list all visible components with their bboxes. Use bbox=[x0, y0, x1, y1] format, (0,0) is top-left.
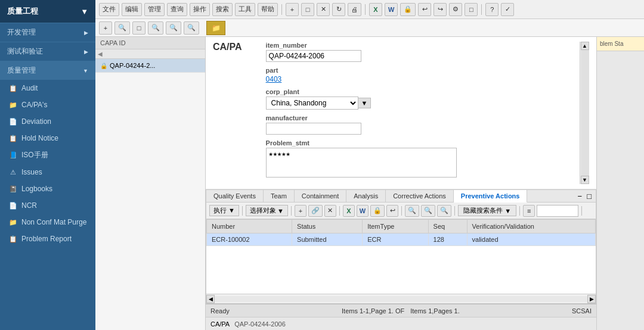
sidebar-item-deviation[interactable]: 📄 Deviation bbox=[0, 113, 95, 130]
confirm-button[interactable]: ✓ bbox=[501, 3, 514, 16]
col-itemtype: ItemType bbox=[363, 220, 428, 234]
inner-delete-button[interactable]: ✕ bbox=[324, 205, 336, 217]
sec-add-button[interactable]: + bbox=[99, 21, 112, 35]
sidebar-item-issues[interactable]: ⚠ Issues bbox=[0, 164, 95, 180]
view-list-button[interactable]: ≡ bbox=[523, 205, 535, 217]
sidebar-item-problem[interactable]: 📋 Problem Report bbox=[0, 231, 95, 247]
manufacturer-input[interactable] bbox=[266, 123, 361, 135]
search-filter-button[interactable]: 隐藏搜索条件 ▼ bbox=[458, 205, 516, 216]
right-panel-item-blem[interactable]: blem Sta bbox=[597, 37, 644, 51]
window-button[interactable]: □ bbox=[465, 3, 478, 16]
sidebar-item-iso[interactable]: 📘 ISO手册 bbox=[0, 147, 95, 164]
select-obj-button[interactable]: 选择对象 ▼ bbox=[246, 205, 288, 216]
inner-search-button[interactable]: 🔍 bbox=[405, 205, 419, 217]
tab-quality-events[interactable]: Quality Events bbox=[206, 190, 264, 202]
excel-button[interactable]: X bbox=[369, 3, 382, 16]
help-button[interactable]: ? bbox=[485, 3, 499, 16]
col-number: Number bbox=[207, 220, 292, 234]
sec-search3-button[interactable]: 🔍 bbox=[184, 21, 199, 35]
collapse-arrow[interactable]: ◀ bbox=[98, 51, 103, 57]
refresh-button[interactable]: ↻ bbox=[332, 3, 345, 16]
inner-word-button[interactable]: W bbox=[357, 205, 369, 217]
inner-undo-button[interactable]: ↩ bbox=[386, 205, 398, 217]
tab-containment[interactable]: Containment bbox=[295, 190, 346, 202]
settings-button[interactable]: ⚙ bbox=[449, 3, 462, 16]
word-button[interactable]: W bbox=[385, 3, 398, 16]
sidebar-expand-icon[interactable]: ▼ bbox=[80, 7, 88, 16]
exec-button[interactable]: 执行 ▼ bbox=[209, 205, 239, 216]
sidebar-item-ncr[interactable]: 📄 NCR bbox=[0, 197, 95, 214]
ncr-icon: 📄 bbox=[8, 201, 18, 210]
sidebar-item-holdnotice[interactable]: 📋 Hold Notice bbox=[0, 130, 95, 147]
minimize-button[interactable]: − bbox=[576, 192, 584, 201]
top-toolbar: 文件 编辑 管理 查询 操作 搜索 工具 帮助 + □ ✕ ↻ 🖨 X W 🔒 … bbox=[95, 0, 644, 19]
select-dropdown-btn[interactable]: ▼ bbox=[358, 98, 371, 108]
sidebar-item-capa[interactable]: 📁 CA/PA's bbox=[0, 96, 95, 113]
sidebar-section-quality[interactable]: 质量管理 ▼ bbox=[0, 61, 95, 80]
bottom-capa-value: QAP-04244-2006 bbox=[234, 320, 286, 328]
tab-corrective[interactable]: Corrective Actions bbox=[386, 190, 454, 202]
scroll-left-arrow[interactable]: ◀ bbox=[206, 295, 215, 303]
sec-view-button[interactable]: □ bbox=[132, 21, 145, 35]
issues-icon: ⚠ bbox=[8, 167, 18, 177]
copy-button[interactable]: □ bbox=[301, 3, 314, 16]
maximize-button[interactable]: □ bbox=[585, 192, 593, 201]
sidebar-item-audit[interactable]: 📋 Audit bbox=[0, 80, 95, 96]
sidebar-section-test[interactable]: 测试和验证 ▶ bbox=[0, 42, 95, 61]
inner-excel-button[interactable]: X bbox=[343, 205, 355, 217]
status-items: Items 1-1,Page 1. OF bbox=[342, 307, 404, 315]
menu-edit[interactable]: 编辑 bbox=[122, 3, 142, 16]
menu-search[interactable]: 搜索 bbox=[212, 3, 233, 16]
content-area: CAPA ID ◀ 🔒 QAP-04244-2... CA/PA bbox=[95, 37, 644, 330]
inner-add-button[interactable]: + bbox=[295, 205, 306, 217]
menu-help[interactable]: 帮助 bbox=[258, 3, 278, 16]
sidebar-title: 质量工程 ▼ bbox=[0, 0, 95, 23]
left-nav-item-qap[interactable]: 🔒 QAP-04244-2... bbox=[95, 59, 205, 73]
inner-link-button[interactable]: 🔗 bbox=[308, 205, 323, 217]
sidebar-item-logbooks[interactable]: 📓 Logbooks bbox=[0, 180, 95, 197]
sec-filter-button[interactable]: 🔍 bbox=[148, 21, 163, 35]
status-bar: Ready Items 1-1,Page 1. OF Items 1,Pages… bbox=[206, 304, 596, 317]
sidebar-item-nonconf[interactable]: 📁 Non Conf Mat Purge bbox=[0, 214, 95, 231]
table-row[interactable]: ECR-100002 Submitted ECR 128 validated bbox=[207, 234, 596, 246]
redo-button[interactable]: ↪ bbox=[434, 3, 447, 16]
capa-icon: 📁 bbox=[8, 100, 18, 110]
item-number-input[interactable] bbox=[266, 50, 361, 62]
sec-search-button[interactable]: 🔍 bbox=[114, 21, 130, 35]
sec-search2-button[interactable]: 🔍 bbox=[166, 21, 181, 35]
folder-icon[interactable]: 📁 bbox=[206, 21, 225, 35]
print-button[interactable]: 🖨 bbox=[348, 3, 361, 16]
deviation-icon: 📄 bbox=[8, 117, 18, 126]
scroll-right-arrow[interactable]: ▶ bbox=[587, 295, 596, 303]
inner-lock-button[interactable]: 🔒 bbox=[370, 205, 385, 217]
right-scrollbar: ▲ ▼ bbox=[580, 42, 589, 184]
inner-search3-button[interactable]: 🔍 bbox=[437, 205, 451, 217]
sidebar-section-dev[interactable]: 开发管理 ▶ bbox=[0, 23, 95, 42]
tab-preventive[interactable]: Preventive Actions bbox=[454, 190, 528, 203]
scroll-up-arrow[interactable]: ▲ bbox=[581, 42, 589, 50]
problem-stmt-textarea[interactable]: ★★★★★ bbox=[266, 148, 457, 178]
undo-button[interactable]: ↩ bbox=[418, 3, 431, 16]
menu-query[interactable]: 查询 bbox=[167, 3, 187, 16]
lock-button[interactable]: 🔒 bbox=[400, 3, 416, 16]
inner-search2-button[interactable]: 🔍 bbox=[421, 205, 435, 217]
manufacturer-field: manufacturer bbox=[266, 114, 556, 135]
corp-plant-select[interactable]: China, Shandong bbox=[266, 96, 358, 110]
tab-analysis[interactable]: Analysis bbox=[346, 190, 386, 202]
menu-file[interactable]: 文件 bbox=[99, 3, 119, 16]
inner-toolbar: 执行 ▼ 选择对象 ▼ + 🔗 ✕ X W 🔒 ↩ bbox=[206, 203, 596, 219]
add-button[interactable]: + bbox=[286, 3, 299, 16]
delete-button[interactable]: ✕ bbox=[317, 3, 330, 16]
nonconf-icon: 📁 bbox=[8, 217, 18, 227]
menu-ops[interactable]: 操作 bbox=[190, 3, 210, 16]
document-area: CA/PA item_number part 0403 corp_plant bbox=[206, 37, 596, 330]
logbooks-icon: 📓 bbox=[8, 184, 18, 194]
scroll-down-arrow[interactable]: ▼ bbox=[581, 176, 589, 184]
menu-tools[interactable]: 工具 bbox=[235, 3, 255, 16]
preventive-actions-table: Number Status ItemType Seq Verification/… bbox=[206, 219, 596, 246]
cell-number: ECR-100002 bbox=[207, 234, 292, 246]
tab-team[interactable]: Team bbox=[264, 190, 295, 202]
search-input[interactable] bbox=[537, 205, 578, 217]
part-link[interactable]: 0403 bbox=[266, 75, 556, 83]
menu-manage[interactable]: 管理 bbox=[144, 3, 165, 16]
